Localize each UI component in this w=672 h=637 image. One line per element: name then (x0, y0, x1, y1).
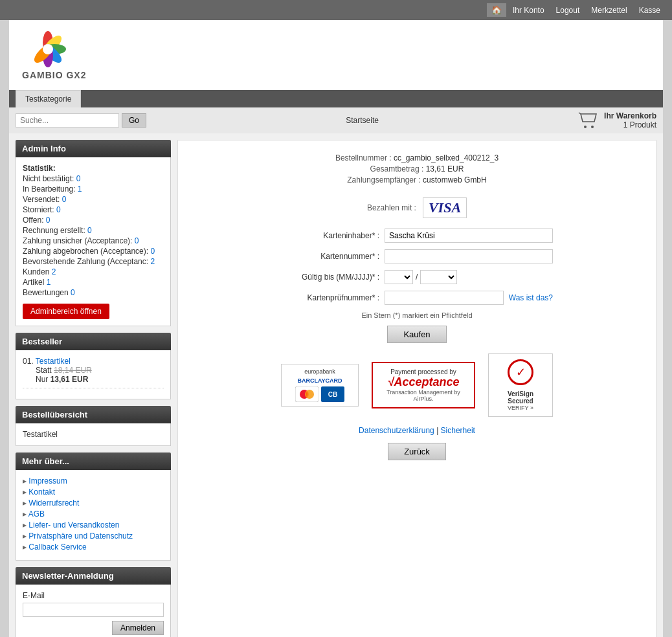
logo-area[interactable]: GAMBIO GX2 (22, 30, 86, 80)
breadcrumb: Startseite (346, 116, 379, 125)
top-navigation: 🏠 Ihr Konto Logout Merkzettel Kasse (0, 0, 672, 20)
gueltig-jahr-select[interactable]: 20242025202620272028 (420, 270, 457, 284)
price-old: 18,14 EUR (54, 366, 92, 375)
payment-section: Bezahlen mit : VISA Karteninhaber* : Kar… (191, 197, 643, 460)
logo-image (22, 30, 74, 69)
mehr-link-kontakt[interactable]: Kontakt (23, 487, 164, 497)
mehr-body: Impressum Kontakt Widerrufsrecht AGB Lie… (16, 470, 171, 561)
bezahlen-label: Bezahlen mit : (367, 203, 416, 212)
mehr-link-datenschutz[interactable]: Privatsphäre und Datenschutz (23, 531, 164, 541)
mehr-link-callback[interactable]: Callback Service (23, 542, 164, 552)
search-bar: Go Startseite Ihr Warenkorb 1 Produkt (9, 107, 663, 133)
cart-title: Ihr Warenkorb (604, 111, 656, 120)
bank-logos-box: europabank BARCLAYCARD CB (281, 364, 359, 407)
kartennummer-label: Kartennummer* : (281, 252, 385, 261)
price-new: 13,61 EUR (50, 375, 89, 384)
newsletter-anmelden-button[interactable]: Anmelden (112, 621, 164, 635)
mehr-link-widerrufsrecht[interactable]: Widerrufsrecht (23, 498, 164, 508)
statistik-label: Statistik: (23, 164, 164, 173)
logout-link[interactable]: Logout (551, 5, 585, 16)
search-input[interactable] (16, 113, 119, 128)
kasse-link[interactable]: Kasse (634, 5, 666, 16)
pruefnummer-input[interactable] (385, 291, 504, 305)
gueltig-monat-select[interactable]: 01020304 05060708 09101112 (385, 270, 413, 284)
price-new-label: Nur (36, 375, 48, 384)
gesamtbetrag-value: 13,61 EUR (426, 164, 464, 173)
was-ist-das-link[interactable]: Was ist das? (509, 293, 553, 302)
mehr-header: Mehr über... (16, 453, 171, 470)
bestelluebersicht-box: Bestellübersicht Testartikel (16, 406, 171, 446)
acceptance-logo-text: √Acceptance (381, 375, 466, 389)
mehr-link-agb[interactable]: AGB (23, 509, 164, 519)
bestseller-title-link[interactable]: Testartikel (36, 357, 71, 366)
startseite-link[interactable]: Startseite (346, 116, 379, 125)
cb-logo: CB (321, 386, 344, 402)
verisign-box: ✓ VeriSign Secured VERIFY » (488, 353, 553, 417)
sidebar: Admin Info Statistik: Nicht bestätigt: 0… (16, 140, 171, 637)
mehr-link-liefer[interactable]: Liefer- und Versandkosten (23, 520, 164, 530)
cart-icon (578, 111, 599, 129)
kartennummer-input[interactable] (385, 249, 553, 263)
stat-bevorstehende: Bevorstehende Zahlung (Acceptanc: 2 (23, 257, 164, 266)
admin-info-box: Admin Info Statistik: Nicht bestätigt: 0… (16, 140, 171, 326)
date-separator: / (416, 273, 418, 282)
acceptance-box: Payment processed by √Acceptance Transac… (372, 362, 475, 408)
zurueck-button[interactable]: Zurück (388, 443, 446, 460)
newsletter-body: E-Mail Anmelden (16, 585, 171, 637)
acceptance-processed-text: Payment processed by (381, 368, 466, 375)
datenschutz-row: Datenschutzerklärung | Sicherheit (359, 426, 475, 435)
bestseller-num: 01. (23, 357, 34, 366)
newsletter-email-input[interactable] (23, 603, 164, 617)
order-info: Bestellnummer : cc_gambio_sellxed_400212… (191, 153, 643, 184)
stat-versendet: Versendet: 0 (23, 195, 164, 204)
stat-nicht-bestaetigt: Nicht bestätigt: 0 (23, 174, 164, 183)
zahlungsempfaenger-row: Zahlungsempfänger : customweb GmbH (191, 175, 643, 184)
bestseller-item: 01. Testartikel Statt 18,14 EUR Nur 13,6… (23, 357, 164, 388)
stat-zahlung-abgebrochen: Zahlung abgebrochen (Acceptance): 0 (23, 247, 164, 256)
bestseller-box: Bestseller 01. Testartikel Statt 18,14 E… (16, 333, 171, 399)
merkzettel-link[interactable]: Merkzettel (586, 5, 632, 16)
header: GAMBIO GX2 (9, 20, 663, 90)
admin-info-body: Statistik: Nicht bestätigt: 0 In Bearbei… (16, 157, 171, 326)
karteninhaber-row: Karteninhaber* : (281, 229, 553, 243)
mastercard-icon (295, 386, 319, 402)
gesamtbetrag-label: Gesamtbetrag : (370, 164, 424, 173)
mehr-link-impressum[interactable]: Impressum (23, 476, 164, 486)
gesamtbetrag-row: Gesamtbetrag : 13,61 EUR (191, 164, 643, 173)
home-icon[interactable]: 🏠 (487, 3, 506, 17)
kartennummer-row: Kartennummer* : (281, 249, 553, 263)
adminbereich-button[interactable]: Adminbereich öffnen (23, 304, 109, 319)
zahlungsempfaenger-label: Zahlungsempfänger : (347, 175, 420, 184)
cart-area[interactable]: Ihr Warenkorb 1 Produkt (578, 111, 656, 129)
stat-in-bearbeitung: In Bearbeitung: 1 (23, 184, 164, 194)
bestseller-price-new-row: Nur 13,61 EUR (36, 375, 164, 384)
stat-rechnung: Rechnung erstellt: 0 (23, 226, 164, 235)
ihr-konto-link[interactable]: Ihr Konto (508, 5, 550, 16)
stat-artikel: Artikel 1 (23, 278, 164, 287)
pruefnummer-label: Kartenprüfnummer* : (281, 293, 385, 302)
admin-info-header: Admin Info (16, 140, 171, 157)
stat-offen: Offen: 0 (23, 216, 164, 225)
svg-point-6 (43, 44, 53, 54)
search-button[interactable]: Go (122, 113, 146, 128)
logo-text: GAMBIO GX2 (22, 70, 86, 80)
bezahlen-row: Bezahlen mit : VISA (367, 197, 467, 218)
pruefnummer-row: Kartenprüfnummer* : Was ist das? (281, 291, 553, 305)
visa-logo: VISA (423, 197, 467, 218)
nav-tab-testkategorie[interactable]: Testkategorie (16, 90, 81, 107)
bestseller-header: Bestseller (16, 333, 171, 350)
divider (23, 388, 164, 388)
bestseller-price-old-row: Statt 18,14 EUR (36, 366, 164, 375)
svg-point-8 (591, 126, 594, 128)
mehr-box: Mehr über... Impressum Kontakt Widerrufs… (16, 453, 171, 561)
verisign-check-icon: ✓ (508, 359, 533, 385)
cart-text: Ihr Warenkorb 1 Produkt (604, 111, 656, 129)
bestellnummer-row: Bestellnummer : cc_gambio_sellxed_400212… (191, 153, 643, 162)
bestelluebersicht-body: Testartikel (16, 423, 171, 446)
kaufen-button[interactable]: Kaufen (387, 326, 446, 343)
datenschutz-link[interactable]: Datenschutzerklärung (359, 426, 434, 435)
main-wrapper: GAMBIO GX2 Testkategorie Go Startseite I… (9, 20, 663, 637)
karteninhaber-input[interactable] (385, 229, 553, 243)
cart-count: 1 Produkt (604, 120, 656, 129)
sicherheit-link[interactable]: Sicherheit (441, 426, 475, 435)
